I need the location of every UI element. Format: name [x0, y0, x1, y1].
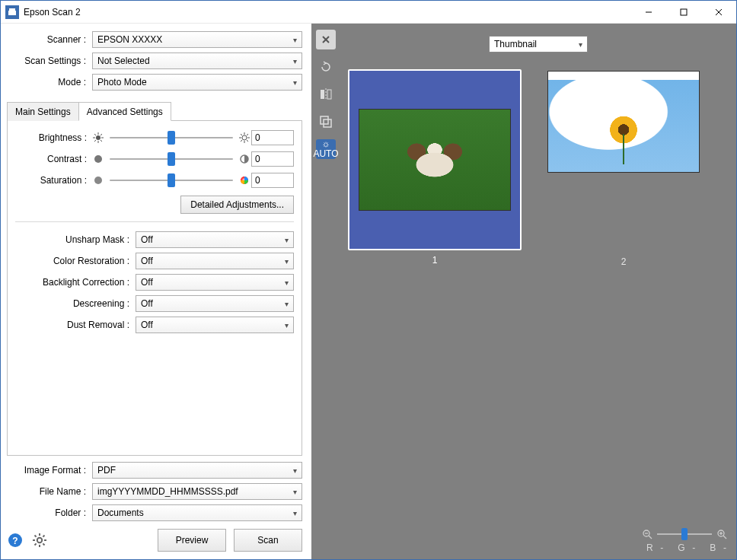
- svg-rect-44: [321, 116, 328, 124]
- preview-view-select[interactable]: Thumbnail▾: [489, 36, 588, 52]
- color-restoration-label: Color Restoration :: [15, 256, 136, 266]
- svg-line-50: [723, 536, 726, 539]
- contrast-slider[interactable]: [110, 152, 233, 166]
- saturation-value[interactable]: 0: [251, 173, 294, 188]
- zoom-in-icon[interactable]: [716, 529, 727, 539]
- chevron-down-icon: ▾: [293, 488, 297, 496]
- svg-point-15: [242, 135, 247, 140]
- close-preview-button[interactable]: [316, 30, 336, 49]
- chevron-down-icon: ▾: [293, 509, 297, 517]
- detailed-adjustments-button[interactable]: Detailed Adjustments...: [180, 196, 294, 214]
- folder-select[interactable]: Documents▾: [92, 504, 302, 521]
- brightness-slider[interactable]: [110, 131, 233, 145]
- preview-toolstrip: ☼AUTO: [311, 24, 340, 559]
- chevron-down-icon: ▾: [579, 40, 582, 49]
- svg-point-24: [94, 155, 102, 163]
- saturation-label: Saturation :: [15, 175, 91, 186]
- mode-label: Mode :: [7, 77, 92, 88]
- scanner-select[interactable]: EPSON XXXXX▾: [92, 31, 302, 48]
- preview-button[interactable]: Preview: [158, 529, 226, 552]
- app-icon: [5, 5, 19, 19]
- scan-settings-select[interactable]: Not Selected▾: [92, 52, 302, 69]
- chevron-down-icon: ▾: [285, 278, 289, 287]
- svg-line-21: [247, 140, 248, 142]
- close-button[interactable]: [701, 1, 736, 24]
- svg-line-14: [94, 140, 96, 142]
- thumbnail-1[interactable]: 1: [348, 69, 522, 267]
- mode-select[interactable]: Photo Mode▾: [92, 74, 302, 91]
- auto-exposure-button[interactable]: ☼AUTO: [316, 139, 336, 159]
- svg-rect-3: [681, 9, 687, 15]
- settings-tabs: Main Settings Advanced Settings: [7, 101, 302, 120]
- svg-point-30: [37, 538, 42, 542]
- image-format-select[interactable]: PDF▾: [92, 462, 302, 479]
- backlight-correction-select[interactable]: Off▾: [136, 274, 294, 291]
- dust-removal-select[interactable]: Off▾: [136, 317, 294, 333]
- svg-line-20: [241, 134, 242, 135]
- descreening-select[interactable]: Off▾: [136, 295, 294, 312]
- zoom-slider[interactable]: [657, 533, 712, 535]
- chevron-down-icon: ▾: [285, 257, 289, 266]
- thumbnail-image: [547, 71, 700, 173]
- preview-panel: ☼AUTO Thumbnail▾ 1 2: [311, 24, 736, 559]
- chevron-down-icon: ▾: [293, 78, 297, 87]
- svg-line-11: [94, 134, 96, 135]
- svg-rect-45: [324, 119, 331, 127]
- saturation-slider[interactable]: [110, 173, 233, 187]
- svg-line-23: [241, 140, 242, 142]
- thumbnail-image: [359, 109, 511, 211]
- chevron-down-icon: ▾: [285, 300, 289, 308]
- chevron-down-icon: ▾: [293, 466, 297, 475]
- scan-button[interactable]: Scan: [234, 529, 302, 552]
- tab-advanced-settings[interactable]: Advanced Settings: [78, 102, 171, 121]
- file-name-select[interactable]: imgYYYYMMDD_HHMMSSSS.pdf▾: [92, 483, 302, 500]
- folder-label: Folder :: [7, 508, 92, 518]
- svg-rect-42: [327, 90, 331, 99]
- title-bar: Epson Scan 2: [1, 1, 736, 24]
- unsharp-mask-select[interactable]: Off▾: [136, 231, 294, 248]
- rgb-readout: R - G - B -: [646, 542, 727, 553]
- contrast-label: Contrast :: [15, 154, 91, 164]
- divider: [15, 221, 294, 222]
- rotate-button[interactable]: [316, 57, 336, 77]
- thumbnail-number: 2: [537, 256, 710, 267]
- svg-line-12: [100, 140, 102, 142]
- dust-removal-label: Dust Removal :: [15, 320, 136, 330]
- tab-main-settings[interactable]: Main Settings: [7, 102, 79, 121]
- saturation-low-icon: [91, 176, 105, 185]
- contrast-low-icon: [91, 154, 105, 164]
- minimize-button[interactable]: [631, 1, 666, 24]
- svg-line-22: [247, 134, 248, 135]
- svg-point-6: [96, 135, 100, 140]
- svg-rect-1: [9, 8, 15, 11]
- settings-gear-button[interactable]: [31, 532, 48, 549]
- chevron-down-icon: ▾: [293, 57, 297, 65]
- unsharp-mask-label: Unsharp Mask :: [15, 234, 136, 245]
- brightness-low-icon: [91, 132, 105, 143]
- window-title: Epson Scan 2: [24, 7, 631, 18]
- zoom-out-icon[interactable]: [642, 529, 652, 539]
- saturation-high-icon: [238, 176, 251, 185]
- svg-point-26: [94, 177, 102, 184]
- file-name-label: File Name :: [7, 486, 92, 497]
- chevron-down-icon: ▾: [293, 36, 297, 44]
- brightness-label: Brightness :: [15, 132, 91, 143]
- color-restoration-select[interactable]: Off▾: [136, 253, 294, 269]
- svg-line-35: [35, 536, 37, 537]
- mirror-button[interactable]: [316, 84, 336, 104]
- contrast-value[interactable]: 0: [251, 151, 294, 167]
- maximize-button[interactable]: [666, 1, 701, 24]
- brightness-value[interactable]: 0: [251, 130, 294, 145]
- zoom-control: R - G - B -: [642, 529, 727, 553]
- svg-line-38: [35, 543, 37, 545]
- descreening-label: Descreening :: [15, 298, 136, 309]
- svg-text:?: ?: [12, 536, 18, 546]
- thumbnail-2[interactable]: 2: [537, 69, 710, 267]
- svg-rect-0: [8, 11, 16, 15]
- settings-panel: Scanner : EPSON XXXXX▾ Scan Settings : N…: [1, 24, 311, 559]
- svg-line-37: [43, 536, 44, 537]
- image-format-label: Image Format :: [7, 465, 92, 476]
- help-button[interactable]: ?: [7, 532, 24, 549]
- scan-settings-label: Scan Settings :: [7, 56, 92, 66]
- select-all-button[interactable]: [316, 112, 336, 132]
